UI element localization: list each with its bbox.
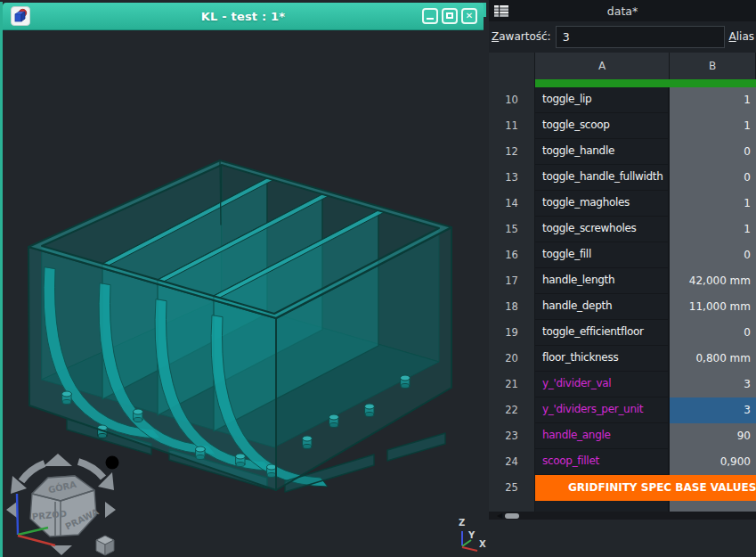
- param-value-cell[interactable]: 0: [670, 320, 756, 347]
- section-header-green-cell[interactable]: [535, 79, 756, 87]
- mdi-window-left-border: [0, 2, 3, 557]
- param-name-cell[interactable]: handle_angle: [535, 423, 670, 450]
- maximize-button[interactable]: [442, 8, 458, 24]
- navcube-top-view-button[interactable]: [106, 456, 119, 470]
- row-number[interactable]: 17: [489, 268, 535, 295]
- param-value-cell[interactable]: 0: [670, 165, 756, 192]
- z-axis-label: Z: [459, 518, 465, 528]
- table-row: 10toggle_lip1: [489, 87, 756, 113]
- spreadsheet-panel: data* Zawartość: Alias A B 10toggle_lip1…: [489, 0, 756, 520]
- param-name-cell[interactable]: toggle_handle_fullwidth: [535, 165, 670, 192]
- param-value-cell[interactable]: 1: [670, 87, 756, 114]
- param-value-cell[interactable]: 0: [670, 139, 756, 166]
- horizontal-scrollbar[interactable]: ◀: [489, 512, 756, 520]
- param-value-cell[interactable]: 1: [670, 217, 756, 243]
- row-number[interactable]: 15: [489, 217, 535, 243]
- spec-banner-cell[interactable]: GRIDFINITY SPEC BASE VALUES - Don't c: [535, 475, 756, 502]
- column-header-b[interactable]: B: [670, 53, 756, 80]
- cell-content-input[interactable]: [556, 26, 725, 48]
- param-name-cell[interactable]: [535, 501, 670, 512]
- x-axis-line: [462, 547, 477, 551]
- close-icon: ✕: [463, 10, 476, 22]
- param-name-cell[interactable]: y_'dividers_per_unit: [535, 397, 670, 424]
- document-window-titlebar[interactable]: KL - test : 1* ✕: [3, 3, 484, 30]
- param-value-cell[interactable]: 11,000 mm: [670, 294, 756, 321]
- row-number[interactable]: 10: [489, 87, 535, 114]
- x-axis-label: X: [479, 539, 486, 549]
- axis-indicator: Z Y X: [443, 513, 492, 556]
- table-row: 11toggle_scoop1: [489, 113, 756, 139]
- spreadsheet-grid-icon[interactable]: [493, 4, 509, 18]
- param-name-cell[interactable]: toggle_efficientfloor: [535, 320, 670, 347]
- param-value-cell[interactable]: 0: [670, 242, 756, 269]
- close-button[interactable]: ✕: [461, 8, 477, 24]
- param-name-cell[interactable]: handle_depth: [535, 294, 670, 321]
- row-number[interactable]: 18: [489, 294, 535, 321]
- navcube-rotate-left-arrow[interactable]: [21, 463, 45, 481]
- param-name-cell[interactable]: toggle_screwholes: [535, 217, 670, 243]
- spreadsheet-tab-title[interactable]: data*: [489, 4, 756, 18]
- select-all-corner-cell[interactable]: [489, 53, 535, 80]
- param-value-cell[interactable]: 90: [670, 423, 756, 450]
- table-row: 16toggle_fill0: [489, 242, 756, 268]
- table-rows: 10toggle_lip111toggle_scoop112toggle_han…: [489, 87, 756, 501]
- row-number[interactable]: [489, 501, 535, 512]
- content-label: Zawartość:: [492, 30, 551, 43]
- navcube-arrow-left[interactable]: [6, 502, 17, 518]
- y-axis-line: [462, 540, 471, 546]
- param-value-cell[interactable]: 0,800 mm: [670, 346, 756, 373]
- param-value-cell[interactable]: 0,900: [670, 449, 756, 476]
- param-name-cell[interactable]: handle_length: [535, 268, 670, 295]
- table-row: 14toggle_magholes1: [489, 191, 756, 217]
- param-value-cell-selected[interactable]: 3: [670, 397, 756, 424]
- row-number[interactable]: 12: [489, 139, 535, 166]
- navcube-arrow-right[interactable]: [105, 502, 116, 518]
- row-number[interactable]: 23: [489, 423, 535, 450]
- param-value-cell[interactable]: 3: [670, 372, 756, 398]
- navcube-rotate-right-arrow[interactable]: [78, 462, 103, 478]
- param-name-cell[interactable]: toggle_handle: [535, 139, 670, 166]
- table-row: 20floor_thickness0,800 mm: [489, 346, 756, 372]
- navcube-isometric-button[interactable]: [96, 536, 114, 555]
- param-name-cell[interactable]: floor_thickness: [535, 346, 670, 373]
- row-number[interactable]: 11: [489, 113, 535, 140]
- row-number[interactable]: 21: [489, 372, 535, 398]
- row-number[interactable]: 24: [489, 449, 535, 476]
- row-number[interactable]: 25: [489, 475, 535, 502]
- navcube-arrow-down[interactable]: [51, 545, 72, 555]
- row-number[interactable]: 16: [489, 242, 535, 269]
- alias-label: Alias: [729, 30, 755, 43]
- column-header-a[interactable]: A: [535, 53, 670, 80]
- row-number[interactable]: [489, 79, 535, 87]
- param-name-cell[interactable]: y_'divider_val: [535, 372, 670, 398]
- param-name-cell[interactable]: toggle_magholes: [535, 191, 670, 217]
- horizontal-scrollbar-thumb[interactable]: [505, 513, 519, 519]
- section-header-row-partial: [489, 79, 756, 87]
- table-row: 24scoop_fillet0,900: [489, 449, 756, 475]
- minimize-button[interactable]: [422, 8, 438, 24]
- table-row: 12toggle_handle0: [489, 139, 756, 165]
- table-row: 15toggle_screwholes1: [489, 217, 756, 242]
- row-number[interactable]: 14: [489, 191, 535, 217]
- param-name-cell[interactable]: scoop_fillet: [535, 449, 670, 476]
- row-number[interactable]: 20: [489, 346, 535, 373]
- param-name-cell[interactable]: toggle_lip: [535, 87, 670, 114]
- table-row-partial: [489, 501, 756, 512]
- param-value-cell[interactable]: [670, 501, 756, 512]
- param-name-cell[interactable]: toggle_scoop: [535, 113, 670, 140]
- row-number[interactable]: 13: [489, 165, 535, 192]
- row-number[interactable]: 22: [489, 397, 535, 424]
- param-value-cell[interactable]: 42,000 mm: [670, 268, 756, 295]
- param-name-cell[interactable]: toggle_fill: [535, 242, 670, 269]
- navigation-cube[interactable]: GÓRA PRZÓD PRAWA: [5, 451, 126, 557]
- param-value-cell[interactable]: 1: [670, 113, 756, 140]
- minimize-icon: [427, 18, 434, 20]
- navcube-arrow-up[interactable]: [44, 454, 72, 466]
- freecad-document-icon: [11, 6, 30, 26]
- param-value-cell[interactable]: 1: [670, 191, 756, 217]
- table-row: 22y_'dividers_per_unit3: [489, 397, 756, 423]
- table-row: 23handle_angle90: [489, 423, 756, 449]
- scroll-left-arrow-icon[interactable]: ◀: [497, 512, 502, 520]
- maximize-icon: [446, 12, 453, 19]
- row-number[interactable]: 19: [489, 320, 535, 347]
